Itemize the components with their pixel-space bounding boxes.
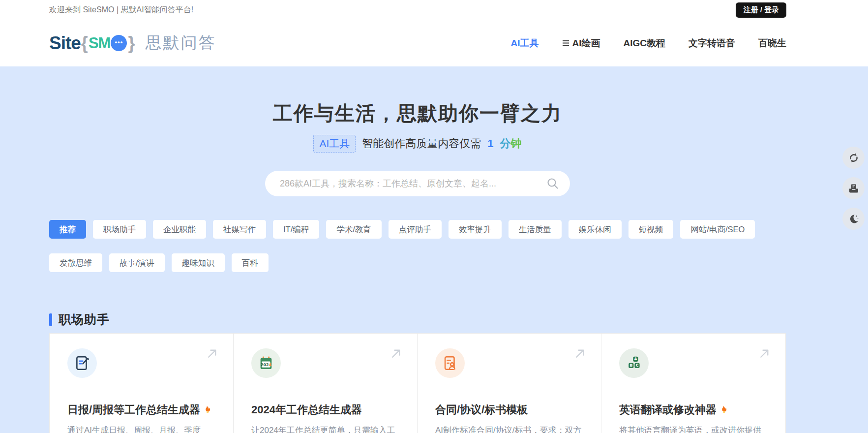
filter-chip-website-seo[interactable]: 网站/电商/SEO: [680, 220, 755, 239]
calendar-2024-icon: 2024: [251, 348, 281, 378]
floating-sidebar: [842, 147, 865, 230]
filter-chip-workplace[interactable]: 职场助手: [93, 220, 146, 239]
tool-cards-block: 日报/周报等工作总结生成器 通过AI生成日报、周报、月报、季度报，让工作报告更简…: [49, 333, 786, 433]
ai-tools-badge: AI工具: [313, 135, 356, 153]
nav-item-aigc-tutorial[interactable]: AIGC教程: [624, 37, 666, 50]
signup-login-button[interactable]: 注册 / 登录: [736, 2, 786, 18]
subtitle-text: 智能创作高质量内容仅需: [362, 136, 481, 151]
tool-card-daily-report[interactable]: 日报/周报等工作总结生成器 通过AI生成日报、周报、月报、季度报，让工作报告更简…: [50, 334, 234, 433]
svg-text:A: A: [634, 357, 637, 361]
filter-chip-review[interactable]: 点评助手: [389, 220, 442, 239]
external-link-icon[interactable]: [574, 347, 586, 360]
logo-sm-text: SM: [89, 34, 111, 52]
logo-site-text: Site: [49, 33, 81, 54]
filter-chip-it-coding[interactable]: IT/编程: [273, 220, 319, 239]
filter-chip-short-video[interactable]: 短视频: [629, 220, 674, 239]
filter-chip-efficiency[interactable]: 效率提升: [449, 220, 502, 239]
external-link-icon[interactable]: [390, 347, 402, 360]
card-title: 日报/周报等工作总结生成器: [67, 402, 215, 417]
section-title: 职场助手: [59, 311, 110, 328]
svg-text:2024: 2024: [261, 363, 272, 367]
nav-item-text-to-speech[interactable]: 文字转语音: [688, 37, 735, 50]
card-description: 通过AI生成日报、周报、月报、季度报，让工作报告更简单，大大提升效率: [67, 424, 215, 433]
card-description: 将其他语言翻译为英语，或改进你提供的英语句子，提升工作效率: [619, 424, 768, 433]
category-filters: 推荐 职场助手 企业职能 社媒写作 IT/编程 学术/教育 点评助手 效率提升 …: [49, 220, 786, 272]
tool-card-english-translate[interactable]: A B C 英语翻译或修改神器: [601, 334, 785, 433]
card-title: 合同/协议/标书模板: [435, 402, 583, 417]
logo-brace-open: {: [81, 33, 88, 54]
inbox-button[interactable]: [842, 177, 865, 199]
hero-title: 工作与生活，思默助你一臂之力: [49, 100, 786, 127]
filter-chip-divergent-thinking[interactable]: 发散思维: [49, 253, 102, 272]
svg-text:B: B: [629, 363, 632, 368]
tool-card-2024-summary[interactable]: 2024 2024年工作总结生成器 让2024年工作总结更简单，只需输入工作内容…: [234, 334, 418, 433]
filter-chip-enterprise[interactable]: 企业职能: [153, 220, 206, 239]
logo-brace-close: }: [128, 33, 135, 54]
card-title: 2024年工作总结生成器: [251, 402, 399, 417]
moon-stars-icon: [848, 213, 860, 225]
topbar: 欢迎来到 SiteSMO | 思默AI智能问答平台! 注册 / 登录: [0, 0, 868, 20]
nav-item-ai-painting[interactable]: AI绘画: [562, 37, 600, 50]
hero-subtitle: AI工具 智能创作高质量内容仅需 1 分钟: [49, 135, 786, 153]
flame-icon: [718, 405, 728, 415]
abc-blocks-icon: A B C: [619, 348, 649, 378]
inbox-icon: [848, 183, 860, 194]
subtitle-unit-fen: 分: [500, 137, 511, 150]
filter-chip-encyclopedia[interactable]: 百科: [232, 253, 269, 272]
chat-bubble-icon: •••: [111, 35, 127, 51]
flame-icon: [202, 405, 212, 415]
filter-chip-life-quality[interactable]: 生活质量: [509, 220, 562, 239]
tool-cards-grid: 日报/周报等工作总结生成器 通过AI生成日报、周报、月报、季度报，让工作报告更简…: [50, 334, 785, 433]
filter-chip-academic[interactable]: 学术/教育: [326, 220, 382, 239]
welcome-text: 欢迎来到 SiteSMO | 思默AI智能问答平台!: [49, 5, 193, 15]
header: Site { SM ••• } 思默问答 AI工具 AI绘画 AIGC教程 文字…: [0, 20, 868, 66]
card-description: 让2024年工作总结更简单，只需输入工作内容和岗位，AI帮你生成工作总结: [251, 424, 399, 433]
search-bar: [265, 171, 570, 196]
site-logo[interactable]: Site { SM ••• } 思默问答: [49, 32, 216, 54]
edit-document-icon: [67, 348, 97, 378]
menu-icon: [562, 40, 569, 46]
filter-chip-entertainment[interactable]: 娱乐休闲: [569, 220, 622, 239]
filter-chip-story-speech[interactable]: 故事/演讲: [109, 253, 165, 272]
svg-text:C: C: [636, 363, 639, 368]
search-icon[interactable]: [546, 177, 559, 190]
external-link-icon[interactable]: [206, 347, 218, 360]
section-accent-bar: [49, 313, 52, 326]
card-title: 英语翻译或修改神器: [619, 402, 768, 417]
contract-person-icon: [435, 348, 465, 378]
filter-chip-fun-facts[interactable]: 趣味知识: [172, 253, 225, 272]
section-header: 职场助手: [49, 311, 786, 328]
subtitle-number: 1: [487, 137, 493, 150]
card-description: AI制作标准合同/协议/标书，要求：双方信息、合同内容、终止条款等: [435, 424, 583, 433]
filter-chip-social-writing[interactable]: 社媒写作: [213, 220, 266, 239]
external-link-icon[interactable]: [758, 347, 771, 360]
refresh-icon: [848, 152, 860, 164]
refresh-button[interactable]: [842, 147, 865, 169]
filter-chip-recommended[interactable]: 推荐: [49, 220, 86, 239]
main-nav: AI工具 AI绘画 AIGC教程 文字转语音 百晓生: [511, 37, 787, 50]
nav-item-baixiaosheng[interactable]: 百晓生: [758, 37, 786, 50]
search-input[interactable]: [280, 179, 546, 189]
nav-item-ai-tools[interactable]: AI工具: [511, 37, 539, 50]
logo-chinese-name: 思默问答: [145, 32, 216, 54]
subtitle-unit-zhong: 钟: [511, 137, 522, 150]
dark-mode-button[interactable]: [842, 208, 865, 230]
tool-card-contract-template[interactable]: 合同/协议/标书模板 AI制作标准合同/协议/标书，要求：双方信息、合同内容、终…: [418, 334, 601, 433]
